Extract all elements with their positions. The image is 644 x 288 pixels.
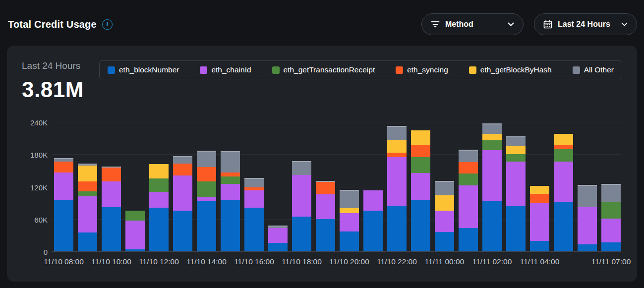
bar-segment[interactable]: [578, 244, 597, 251]
bar-segment[interactable]: [530, 186, 549, 193]
bar-segment[interactable]: [411, 200, 430, 251]
stacked-bar[interactable]: [435, 181, 454, 251]
bar-segment[interactable]: [149, 192, 169, 208]
bar-segment[interactable]: [363, 211, 383, 251]
bar-segment[interactable]: [554, 134, 573, 145]
bar-segment[interactable]: [244, 178, 264, 187]
bar-segment[interactable]: [601, 202, 621, 219]
bar-segment[interactable]: [54, 162, 73, 173]
stacked-bar[interactable]: [506, 136, 526, 251]
stacked-bar[interactable]: [578, 185, 597, 251]
bar-segment[interactable]: [554, 202, 573, 251]
bar-segment[interactable]: [554, 149, 573, 162]
bar-segment[interactable]: [149, 208, 169, 251]
bar-segment[interactable]: [197, 197, 216, 201]
bar-segment[interactable]: [482, 150, 502, 201]
stacked-bar[interactable]: [292, 161, 311, 251]
bar-segment[interactable]: [435, 195, 454, 211]
bar-segment[interactable]: [506, 146, 526, 154]
bar-segment[interactable]: [149, 164, 169, 178]
bar-segment[interactable]: [340, 213, 359, 231]
bar-segment[interactable]: [506, 136, 526, 145]
stacked-bar[interactable]: [411, 130, 430, 251]
bar-segment[interactable]: [459, 173, 478, 185]
bar-segment[interactable]: [554, 162, 573, 202]
bar-segment[interactable]: [435, 181, 454, 195]
bar-segment[interactable]: [268, 228, 288, 242]
bar-segment[interactable]: [244, 208, 264, 251]
stacked-bar[interactable]: [601, 184, 621, 251]
legend-item[interactable]: All Other: [573, 65, 614, 74]
stacked-bar[interactable]: [149, 164, 169, 251]
bar-segment[interactable]: [554, 145, 573, 150]
bar-segment[interactable]: [601, 242, 621, 251]
stacked-bar[interactable]: [268, 226, 288, 251]
stacked-bar[interactable]: [530, 186, 549, 251]
legend-item[interactable]: eth_blockNumber: [108, 65, 179, 74]
bar-segment[interactable]: [459, 150, 478, 162]
bar-segment[interactable]: [173, 211, 192, 251]
legend-item[interactable]: eth_getBlockByHash: [469, 65, 552, 74]
stacked-bar[interactable]: [197, 151, 216, 251]
bar-segment[interactable]: [601, 184, 621, 202]
bar-segment[interactable]: [102, 181, 121, 207]
bar-segment[interactable]: [601, 219, 621, 242]
info-icon[interactable]: i: [102, 19, 113, 30]
bar-segment[interactable]: [173, 164, 192, 175]
bar-segment[interactable]: [197, 151, 216, 168]
bar-segment[interactable]: [411, 157, 430, 173]
legend-item[interactable]: eth_chainId: [200, 65, 251, 74]
stacked-bar[interactable]: [54, 158, 73, 251]
stacked-bar[interactable]: [340, 190, 359, 251]
bar-segment[interactable]: [125, 211, 145, 221]
bar-segment[interactable]: [506, 154, 526, 162]
bar-segment[interactable]: [244, 190, 264, 208]
bar-segment[interactable]: [411, 130, 430, 145]
bar-segment[interactable]: [221, 200, 240, 251]
bar-segment[interactable]: [435, 211, 454, 231]
stacked-bar[interactable]: [387, 126, 407, 251]
bar-segment[interactable]: [482, 201, 502, 251]
legend-item[interactable]: eth_getTransactionReceipt: [272, 65, 375, 74]
bar-segment[interactable]: [387, 206, 407, 251]
bar-segment[interactable]: [578, 207, 597, 244]
bar-segment[interactable]: [125, 249, 145, 251]
bar-segment[interactable]: [459, 162, 478, 174]
bar-segment[interactable]: [340, 190, 359, 208]
stacked-bar[interactable]: [125, 211, 145, 251]
stacked-bar[interactable]: [316, 181, 335, 251]
bar-segment[interactable]: [78, 181, 97, 192]
bar-segment[interactable]: [459, 185, 478, 228]
bar-segment[interactable]: [221, 176, 240, 184]
stacked-bar[interactable]: [554, 134, 573, 251]
bar-segment[interactable]: [387, 157, 407, 206]
legend-item[interactable]: eth_syncing: [396, 65, 448, 74]
bar-segment[interactable]: [411, 145, 430, 157]
bar-segment[interactable]: [78, 191, 97, 196]
bar-segment[interactable]: [459, 228, 478, 251]
stacked-bar[interactable]: [459, 150, 478, 252]
bar-segment[interactable]: [316, 194, 335, 219]
bar-segment[interactable]: [411, 173, 430, 199]
method-filter-dropdown[interactable]: Method: [421, 13, 524, 35]
bar-segment[interactable]: [363, 190, 383, 211]
bar-segment[interactable]: [197, 167, 216, 181]
stacked-bar[interactable]: [221, 151, 240, 251]
bar-segment[interactable]: [78, 232, 97, 251]
bar-segment[interactable]: [530, 203, 549, 241]
bar-segment[interactable]: [387, 153, 407, 157]
bar-segment[interactable]: [387, 140, 407, 153]
bar-segment[interactable]: [340, 208, 359, 213]
stacked-bar[interactable]: [78, 164, 97, 251]
bar-segment[interactable]: [482, 134, 502, 140]
bar-segment[interactable]: [54, 200, 73, 251]
bar-segment[interactable]: [482, 140, 502, 150]
bar-segment[interactable]: [578, 185, 597, 207]
bar-segment[interactable]: [102, 168, 121, 181]
bar-segment[interactable]: [506, 206, 526, 251]
bar-segment[interactable]: [387, 126, 407, 140]
bar-segment[interactable]: [78, 166, 97, 181]
bar-segment[interactable]: [435, 232, 454, 251]
bar-segment[interactable]: [506, 162, 526, 206]
bar-segment[interactable]: [292, 161, 311, 174]
